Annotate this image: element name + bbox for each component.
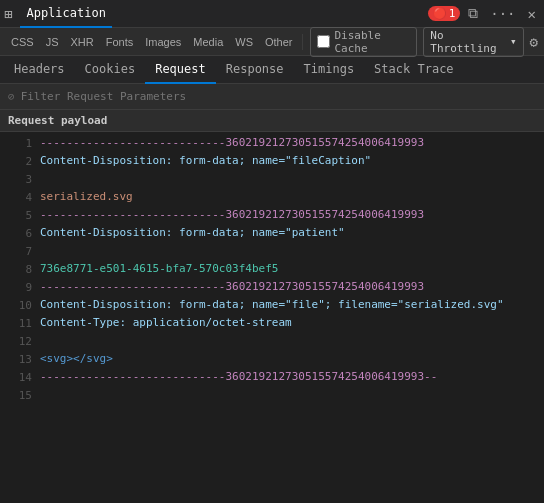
error-icon: 🔴 [433, 7, 447, 20]
line-content [40, 244, 540, 257]
payload-header-label: Request payload [8, 114, 107, 127]
line-number: 4 [4, 190, 32, 204]
table-row: 15 [0, 388, 544, 406]
gear-button[interactable]: ⚙ [530, 34, 538, 50]
table-row: 4serialized.svg [0, 190, 544, 208]
line-number: 13 [4, 352, 32, 366]
line-number: 8 [4, 262, 32, 276]
table-row: 14----------------------------3602192127… [0, 370, 544, 388]
table-row: 10Content-Disposition: form-data; name="… [0, 298, 544, 316]
disable-cache-toggle[interactable]: Disable Cache [310, 27, 417, 57]
throttle-label: No Throttling [430, 29, 507, 55]
line-content [40, 388, 540, 401]
line-content: serialized.svg [40, 190, 540, 203]
tab-headers[interactable]: Headers [4, 56, 75, 84]
top-bar-left: ⊞ Application [4, 0, 428, 28]
gear-icon: ⚙ [530, 34, 538, 50]
filter-icon: ⊘ [8, 90, 15, 103]
line-number: 5 [4, 208, 32, 222]
line-number: 3 [4, 172, 32, 186]
line-number: 6 [4, 226, 32, 240]
line-content: Content-Disposition: form-data; name="pa… [40, 226, 540, 239]
error-count: 1 [449, 7, 456, 20]
filter-xhr[interactable]: XHR [65, 32, 98, 52]
tab-request[interactable]: Request [145, 56, 216, 84]
error-badge: 🔴 1 [428, 6, 461, 21]
line-content: 736e8771-e501-4615-bfa7-570c03f4bef5 [40, 262, 540, 275]
filter-images[interactable]: Images [140, 32, 186, 52]
top-bar: ⊞ Application 🔴 1 ⧉ ··· ✕ [0, 0, 544, 28]
filter-other[interactable]: Other [260, 32, 298, 52]
line-number: 10 [4, 298, 32, 312]
close-button[interactable]: ✕ [524, 4, 540, 24]
table-row: 6Content-Disposition: form-data; name="p… [0, 226, 544, 244]
line-number: 1 [4, 136, 32, 150]
filter-fonts[interactable]: Fonts [101, 32, 139, 52]
filter-input-row: ⊘ [0, 84, 544, 110]
code-area[interactable]: 1----------------------------36021921273… [0, 132, 544, 499]
table-row: 13<svg></svg> [0, 352, 544, 370]
table-row: 8736e8771-e501-4615-bfa7-570c03f4bef5 [0, 262, 544, 280]
table-row: 7 [0, 244, 544, 262]
tab-response[interactable]: Response [216, 56, 294, 84]
table-row: 11Content-Type: application/octet-stream [0, 316, 544, 334]
table-row: 9----------------------------36021921273… [0, 280, 544, 298]
line-content: Content-Disposition: form-data; name="fi… [40, 298, 540, 311]
nav-tabs: Headers Cookies Request Response Timings… [0, 56, 544, 84]
throttle-select[interactable]: No Throttling ▾ [423, 27, 523, 57]
line-content: Content-Type: application/octet-stream [40, 316, 540, 329]
tab-cookies[interactable]: Cookies [75, 56, 146, 84]
line-content [40, 172, 540, 185]
line-content [40, 334, 540, 347]
app-tab-label: Application [26, 6, 105, 20]
payload-header: Request payload [0, 110, 544, 132]
filter-css[interactable]: CSS [6, 32, 39, 52]
line-content: Content-Disposition: form-data; name="fi… [40, 154, 540, 167]
line-number: 14 [4, 370, 32, 384]
line-content: ----------------------------360219212730… [40, 208, 540, 221]
chevron-down-icon: ▾ [510, 35, 517, 48]
line-content: <svg></svg> [40, 352, 540, 365]
table-row: 2Content-Disposition: form-data; name="f… [0, 154, 544, 172]
more-button[interactable]: ··· [486, 4, 519, 24]
filter-bar: CSS JS XHR Fonts Images Media WS Other D… [0, 28, 544, 56]
disable-cache-label: Disable Cache [334, 29, 410, 55]
table-row: 12 [0, 334, 544, 352]
line-content: ----------------------------360219212730… [40, 136, 540, 149]
line-number: 2 [4, 154, 32, 168]
line-number: 9 [4, 280, 32, 294]
filter-request-input[interactable] [21, 90, 536, 103]
line-number: 7 [4, 244, 32, 258]
filter-js[interactable]: JS [41, 32, 64, 52]
tab-stack-trace[interactable]: Stack Trace [364, 56, 463, 84]
separator [302, 34, 303, 50]
line-content: ----------------------------360219212730… [40, 370, 540, 383]
line-content: ----------------------------360219212730… [40, 280, 540, 293]
tab-timings[interactable]: Timings [294, 56, 365, 84]
table-row: 1----------------------------36021921273… [0, 136, 544, 154]
copy-button[interactable]: ⧉ [464, 3, 482, 24]
table-row: 3 [0, 172, 544, 190]
disable-cache-checkbox[interactable] [317, 35, 330, 48]
line-number: 11 [4, 316, 32, 330]
panel-icon: ⊞ [4, 6, 12, 22]
top-bar-right: 🔴 1 ⧉ ··· ✕ [428, 3, 540, 24]
line-number: 15 [4, 388, 32, 402]
filter-media[interactable]: Media [188, 32, 228, 52]
tab-application[interactable]: Application [20, 0, 111, 28]
line-number: 12 [4, 334, 32, 348]
table-row: 5----------------------------36021921273… [0, 208, 544, 226]
filter-ws[interactable]: WS [230, 32, 258, 52]
